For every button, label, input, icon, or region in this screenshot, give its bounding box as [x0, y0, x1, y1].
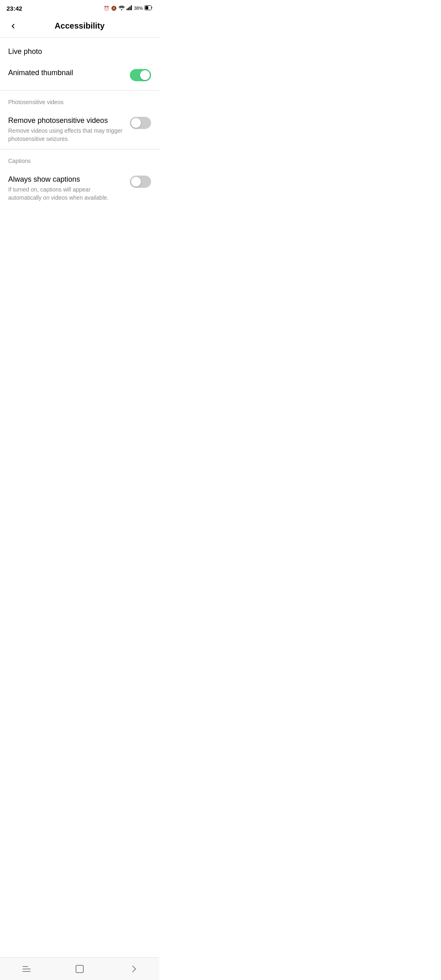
always-show-captions-toggle[interactable] — [130, 176, 151, 188]
alarm-icon: ⏰ — [104, 6, 109, 11]
svg-rect-2 — [128, 8, 129, 11]
mute-icon: 🔕 — [111, 6, 117, 11]
status-icons: ⏰ 🔕 38% — [104, 5, 153, 11]
live-photo-label: Live photo — [8, 47, 151, 56]
live-photo-section: Live photo Animated thumbnail — [0, 38, 159, 90]
svg-rect-1 — [127, 9, 128, 10]
remove-photosensitive-track — [130, 117, 151, 129]
photosensitive-section: Photosensitive videos Remove photosensit… — [0, 91, 159, 149]
remove-photosensitive-text: Remove photosensitive videos Remove vide… — [8, 116, 130, 143]
top-nav: Accessibility — [0, 15, 159, 38]
photosensitive-section-label: Photosensitive videos — [8, 99, 151, 105]
animated-thumbnail-row: Animated thumbnail — [8, 62, 151, 87]
animated-thumbnail-toggle[interactable] — [130, 69, 151, 81]
always-show-captions-track — [130, 176, 151, 188]
page-title: Accessibility — [55, 21, 105, 31]
animated-thumbnail-title: Animated thumbnail — [8, 68, 123, 78]
signal-icon — [127, 5, 132, 11]
back-button[interactable] — [7, 20, 20, 33]
remove-photosensitive-row: Remove photosensitive videos Remove vide… — [8, 110, 151, 149]
always-show-captions-thumb — [131, 177, 141, 187]
battery-text: 38% — [134, 6, 143, 11]
svg-point-0 — [121, 9, 122, 11]
captions-section: Captions Always show captions If turned … — [0, 149, 159, 208]
svg-rect-6 — [145, 6, 148, 9]
wifi-icon — [118, 5, 125, 11]
remove-photosensitive-title: Remove photosensitive videos — [8, 116, 123, 125]
animated-thumbnail-thumb — [140, 70, 150, 80]
remove-photosensitive-toggle[interactable] — [130, 117, 151, 129]
always-show-captions-row: Always show captions If turned on, capti… — [8, 169, 151, 208]
svg-rect-4 — [131, 5, 132, 10]
status-time: 23:42 — [7, 5, 22, 12]
always-show-captions-text: Always show captions If turned on, capti… — [8, 175, 130, 202]
svg-rect-3 — [129, 7, 131, 10]
remove-photosensitive-desc: Remove videos using effects that may tri… — [8, 127, 123, 143]
remove-photosensitive-thumb — [131, 118, 141, 128]
always-show-captions-title: Always show captions — [8, 175, 123, 184]
animated-thumbnail-text: Animated thumbnail — [8, 68, 130, 78]
captions-section-label: Captions — [8, 158, 151, 164]
battery-icon — [145, 5, 153, 11]
status-bar: 23:42 ⏰ 🔕 38% — [0, 0, 159, 15]
always-show-captions-desc: If turned on, captions will appear autom… — [8, 186, 123, 202]
animated-thumbnail-track — [130, 69, 151, 81]
